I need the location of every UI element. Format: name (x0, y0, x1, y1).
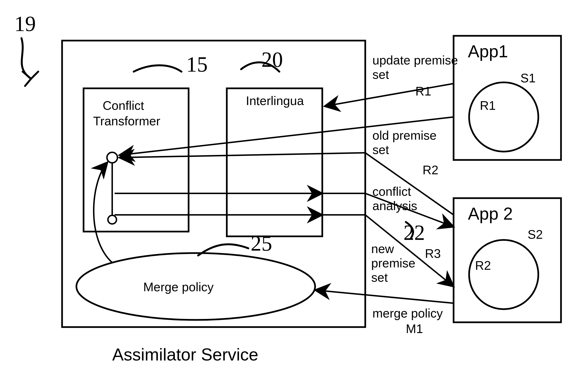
merge-policy-label: Merge policy (143, 280, 214, 294)
merge-policy-line2: M1 (406, 322, 423, 336)
svg-rect-0 (62, 40, 365, 327)
conflict-analysis-line2: analysis (372, 199, 417, 213)
arrow-update-premise: update premise set R1 (325, 53, 458, 106)
new-premise-line2: premise (371, 256, 415, 270)
merge-policy-line1: merge policy (372, 306, 443, 320)
app1-r-label: R1 (480, 99, 496, 112)
conflict-transformer-label-line2: Transformer (93, 114, 160, 128)
new-premise-r: R3 (425, 247, 441, 260)
app2-r-label: R2 (475, 258, 491, 272)
ct-node-bottom (108, 215, 116, 224)
ct-node-top (107, 152, 117, 163)
old-premise-line2: set (372, 143, 389, 157)
interlingua: Interlingua 20 (227, 48, 322, 236)
update-premise-line1: update premise (372, 53, 458, 67)
conflict-transformer: Conflict Transformer 15 (84, 53, 208, 232)
ref-15: 15 (186, 53, 208, 76)
app2-circle (469, 240, 538, 309)
figure-number: 19 (14, 12, 38, 86)
old-premise-line1: old premise (372, 128, 437, 142)
arrow-merge-policy: merge policy M1 (315, 290, 454, 336)
ref-20: 20 (261, 48, 283, 71)
figure-number-text: 19 (14, 12, 36, 36)
new-premise-line3: set (371, 271, 388, 284)
old-premise-r: R2 (423, 163, 438, 177)
ref-22: 22 (403, 221, 425, 245)
app1-box: App1 S1 R1 (454, 36, 561, 160)
assimilator-box: Assimilator Service Conflict Transformer… (62, 40, 365, 364)
assimilator-title: Assimilator Service (112, 345, 258, 364)
app1-title: App1 (468, 42, 508, 61)
update-premise-r: R1 (415, 84, 431, 98)
app2-box: App 2 S2 R2 (454, 198, 561, 322)
app1-circle (469, 82, 538, 152)
update-premise-line2: set (372, 68, 389, 81)
new-premise-line1: new (371, 242, 394, 256)
ref-25: 25 (251, 232, 272, 255)
app2-s-label: S2 (528, 227, 543, 241)
interlingua-label: Interlingua (246, 94, 304, 108)
app2-title: App 2 (468, 204, 513, 223)
app1-s-label: S1 (520, 71, 536, 85)
conflict-transformer-label-line1: Conflict (103, 99, 144, 112)
conflict-analysis-line1: conflict (372, 184, 411, 198)
